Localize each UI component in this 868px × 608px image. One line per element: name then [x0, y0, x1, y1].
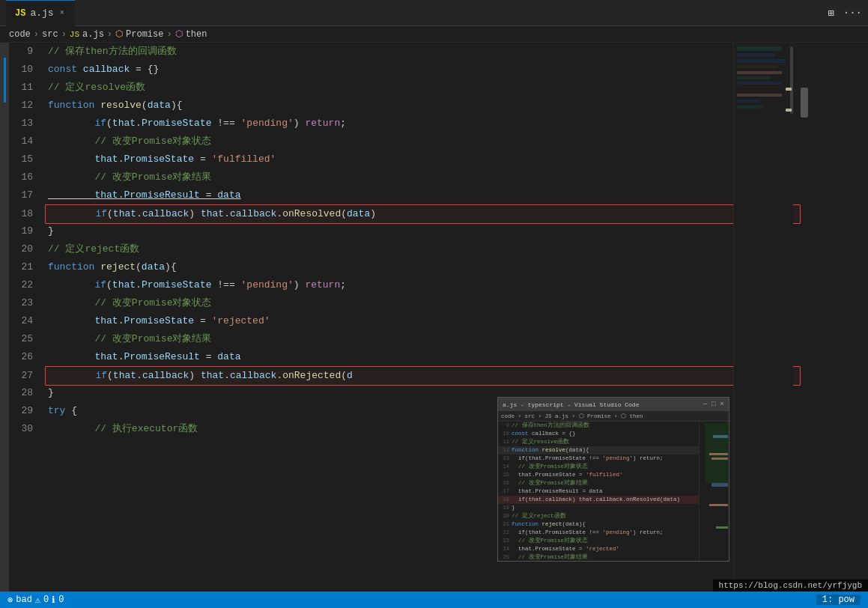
line-content-10: const callback = {} — [45, 61, 801, 79]
breadcrumb-then[interactable]: then — [186, 29, 207, 40]
activity-bar — [0, 43, 9, 592]
line-number-18: 18 — [9, 205, 45, 223]
line-number-25: 25 — [9, 330, 45, 348]
code-line-21: 21 function reject(data){ — [9, 258, 801, 276]
popup-line-22: 22 if(that.PromiseState !== 'pending') r… — [498, 529, 699, 537]
popup-line-23: 23 // 改变Promise对象状态 — [498, 537, 699, 545]
line-content-27: if(that.callback) that.callback.onReject… — [45, 366, 801, 386]
tab-close-button[interactable]: × — [58, 7, 66, 19]
line-number-27: 27 — [9, 367, 45, 385]
title-bar-actions: ⊞ ··· — [828, 7, 862, 19]
popup-line-19: 19} — [498, 504, 699, 512]
line-content-12: function resolve(data){ — [45, 97, 801, 115]
line-content-18: if(that.callback) that.callback.onResolv… — [45, 204, 801, 224]
breadcrumb-js-icon: JS — [70, 30, 79, 39]
info-icon: ℹ — [52, 595, 55, 606]
breadcrumb-class-icon: ⬡ — [115, 28, 123, 40]
line-content-9: // 保存then方法的回调函数 — [45, 43, 801, 61]
code-line-17: 17 that.PromiseResult = data — [9, 186, 801, 204]
breadcrumb-promise[interactable]: Promise — [126, 29, 163, 40]
popup-close-button[interactable]: × — [720, 401, 724, 408]
line-number-22: 22 — [9, 276, 45, 294]
line-number-13: 13 — [9, 115, 45, 133]
line-content-14: // 改变Promise对象状态 — [45, 133, 801, 151]
line-number-21: 21 — [9, 258, 45, 276]
editor-tab[interactable]: JS a.js × — [6, 0, 75, 26]
breadcrumb-method-icon: ⬡ — [175, 28, 183, 40]
blog-url-badge: https://blog.csdn.net/yrfjygb — [713, 580, 868, 592]
line-content-17: that.PromiseResult = data — [45, 186, 801, 204]
error-icon: ⊗ — [7, 595, 13, 606]
code-editor[interactable]: 9 // 保存then方法的回调函数 10 const callback = {… — [9, 43, 801, 592]
popup-minimize-button[interactable]: ─ — [703, 401, 707, 408]
info-count: 0 — [58, 595, 64, 605]
popup-title-bar: a.js - typescript - Visual Studio Code ─… — [498, 398, 729, 411]
line-content-11: // 定义resolve函数 — [45, 79, 801, 97]
line-content-19: } — [45, 222, 801, 240]
split-editor-button[interactable]: ⊞ — [828, 7, 834, 19]
line-number-19: 19 — [9, 222, 45, 240]
terminal-label[interactable]: 1: pow — [816, 595, 861, 605]
code-line-24: 24 that.PromiseState = 'rejected' — [9, 312, 801, 330]
popup-line-12: 12function resolve(data){ — [498, 446, 699, 455]
code-line-25: 25 // 改变Promise对象结果 — [9, 330, 801, 348]
status-errors[interactable]: ⊗ bad ⚠ 0 ℹ 0 — [7, 595, 64, 606]
popup-line-14: 14 // 改变Promise对象状态 — [498, 463, 699, 471]
scrollbar-thumb[interactable] — [801, 88, 808, 118]
minimap — [733, 43, 793, 592]
breadcrumb-sep-3: › — [107, 29, 112, 40]
popup-line-9: 9// 保存then方法的回调函数 — [498, 422, 699, 430]
code-line-13: 13 if(that.PromiseState !== 'pending') r… — [9, 115, 801, 133]
popup-minimap — [699, 422, 729, 562]
line-number-16: 16 — [9, 168, 45, 186]
error-count: bad — [16, 595, 32, 605]
popup-restore-button[interactable]: □ — [711, 401, 715, 408]
popup-line-24: 24 that.PromiseState = 'rejected' — [498, 545, 699, 553]
warning-icon: ⚠ — [35, 595, 40, 606]
line-number-24: 24 — [9, 312, 45, 330]
breadcrumb-file[interactable]: a.js — [82, 29, 104, 40]
popup-line-15: 15 that.PromiseState = 'fulfilled' — [498, 471, 699, 479]
popup-bc-text: code › src › JS a.js › ⬡ Promise › ⬡ the… — [501, 413, 643, 419]
code-line-10: 10 const callback = {} — [9, 61, 801, 79]
popup-line-10: 10const callback = {} — [498, 430, 699, 438]
code-line-19: 19 } — [9, 222, 801, 240]
line-number-29: 29 — [9, 402, 45, 420]
line-number-14: 14 — [9, 133, 45, 151]
popup-line-11: 11// 定义resolve函数 — [498, 438, 699, 446]
popup-line-18: 18 if(that.callback) that.callback.onRes… — [498, 496, 699, 504]
line-content-15: that.PromiseState = 'fulfilled' — [45, 151, 801, 168]
popup-body: 9// 保存then方法的回调函数 10const callback = {} … — [498, 422, 729, 562]
scrollbar-track[interactable] — [801, 43, 808, 592]
code-line-20: 20 // 定义reject函数 — [9, 240, 801, 258]
breadcrumb-sep-2: › — [61, 29, 67, 40]
line-number-11: 11 — [9, 79, 45, 97]
line-number-9: 9 — [9, 43, 45, 61]
line-content-21: function reject(data){ — [45, 258, 801, 276]
breadcrumb-src[interactable]: src — [42, 29, 58, 40]
popup-line-25: 25 // 改变Promise对象结果 — [498, 553, 699, 562]
popup-line-21: 21function reject(data){ — [498, 520, 699, 529]
status-bar: ⊗ bad ⚠ 0 ℹ 0 1: pow — [0, 592, 868, 608]
js-file-icon: JS — [15, 8, 25, 19]
line-content-26: that.PromiseResult = data — [45, 348, 801, 366]
line-number-12: 12 — [9, 97, 45, 115]
line-number-23: 23 — [9, 294, 45, 312]
popup-line-17: 17 that.PromiseResult = data — [498, 487, 699, 496]
line-number-30: 30 — [9, 420, 45, 438]
tab-label: a.js — [30, 7, 53, 19]
breadcrumb: code › src › JS a.js › ⬡ Promise › ⬡ the… — [0, 26, 868, 43]
line-content-16: // 改变Promise对象结果 — [45, 168, 801, 186]
selection-indicator — [4, 58, 6, 103]
code-line-16: 16 // 改变Promise对象结果 — [9, 168, 801, 186]
code-line-22: 22 if(that.PromiseState !== 'pending') r… — [9, 276, 801, 294]
popup-title-text: a.js - typescript - Visual Studio Code — [503, 401, 639, 408]
line-number-15: 15 — [9, 151, 45, 168]
more-actions-button[interactable]: ··· — [843, 7, 862, 19]
line-number-17: 17 — [9, 186, 45, 204]
breadcrumb-code[interactable]: code — [9, 29, 31, 40]
code-line-14: 14 // 改变Promise对象状态 — [9, 133, 801, 151]
breadcrumb-sep-4: › — [166, 29, 172, 40]
line-content-23: // 改变Promise对象状态 — [45, 294, 801, 312]
code-line-26: 26 that.PromiseResult = data — [9, 348, 801, 366]
